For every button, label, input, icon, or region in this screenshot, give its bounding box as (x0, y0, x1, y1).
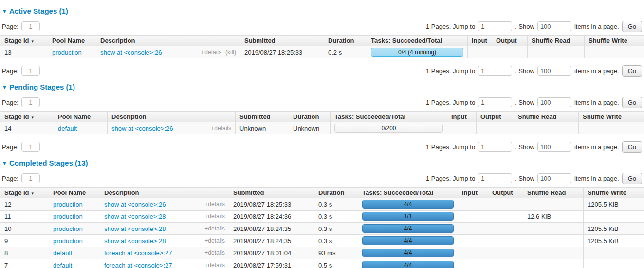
col-header-submitted[interactable]: Submitted (240, 36, 324, 46)
col-header-pool-name[interactable]: Pool Name (49, 188, 100, 198)
description-link[interactable]: show at <console>:26 (104, 201, 166, 208)
duration-cell: Unknown (289, 122, 331, 134)
pending-stages-heading[interactable]: ▼Pending Stages (1) (2, 83, 642, 92)
go-button[interactable]: Go (622, 97, 642, 108)
go-button[interactable]: Go (622, 173, 642, 184)
stage-id-cell: 14 (0, 122, 54, 134)
shuffle-read-cell (528, 46, 585, 58)
completed-stages-heading[interactable]: ▼Completed Stages (13) (2, 159, 642, 168)
col-header-description[interactable]: Description (108, 112, 236, 122)
description-link[interactable]: show at <console>:28 (104, 225, 166, 232)
description-link[interactable]: show at <console>:28 (104, 213, 166, 220)
progress-label: 4/4 (363, 225, 453, 232)
description-cell: show at <console>:28 +details (100, 235, 229, 247)
col-header-shuffle-read[interactable]: Shuffle Read (523, 188, 584, 198)
col-header-input[interactable]: Input (458, 188, 488, 198)
col-header-output[interactable]: Output (492, 36, 528, 46)
sort-desc-icon: ▾ (32, 39, 34, 44)
col-header-tasks[interactable]: Tasks: Succeeded/Total (367, 36, 468, 46)
tasks-cell: 4/4 (358, 247, 458, 259)
pool-name-link[interactable]: production (53, 213, 83, 220)
details-toggle[interactable]: +details (211, 125, 231, 132)
stage-id-cell: 9 (0, 235, 49, 247)
pool-name-link[interactable]: production (53, 201, 83, 208)
page-number-input[interactable] (21, 173, 40, 183)
details-toggle[interactable]: +details (204, 201, 225, 208)
col-header-pool-name[interactable]: Pool Name (54, 112, 108, 122)
col-header-tasks[interactable]: Tasks: Succeeded/Total (358, 188, 458, 198)
description-link[interactable]: show at <console>:26 (100, 49, 162, 56)
col-header-pool-name[interactable]: Pool Name (48, 36, 96, 46)
go-button[interactable]: Go (622, 141, 642, 153)
col-header-shuffle-write[interactable]: Shuffle Write (584, 188, 644, 198)
jump-to-page-input[interactable] (478, 142, 512, 152)
items-per-page-input[interactable] (537, 66, 571, 76)
description-link[interactable]: show at <console>:28 (104, 237, 166, 245)
col-header-duration[interactable]: Duration (314, 188, 358, 198)
pool-name-link[interactable]: production (53, 237, 83, 245)
jump-to-page-input[interactable] (478, 66, 512, 76)
col-header-output[interactable]: Output (477, 112, 514, 122)
col-header-shuffle-read[interactable]: Shuffle Read (528, 36, 585, 46)
details-toggle[interactable]: +details (204, 225, 225, 232)
items-per-page-input[interactable] (537, 97, 571, 107)
col-header-output[interactable]: Output (488, 188, 523, 198)
table-row: 9 production show at <console>:28 +detai… (0, 235, 644, 247)
task-progress-bar: 0/4 (4 running) (371, 48, 463, 57)
page-number-input[interactable] (21, 21, 40, 31)
pool-name-link[interactable]: production (53, 225, 83, 232)
pool-name-link[interactable]: production (52, 49, 82, 56)
details-toggle[interactable]: +details (204, 262, 225, 268)
jump-to-page-input[interactable] (478, 97, 512, 107)
active-stages-heading[interactable]: ▼Active Stages (1) (2, 7, 642, 16)
page-number-input[interactable] (21, 142, 40, 152)
collapse-arrow-icon: ▼ (2, 83, 7, 92)
kill-link[interactable]: (kill) (225, 49, 236, 56)
items-per-page-input[interactable] (537, 142, 571, 152)
col-header-stage-id[interactable]: Stage Id▾ (0, 188, 49, 198)
description-link[interactable]: foreach at <console>:27 (104, 249, 172, 257)
items-per-page-input[interactable] (537, 21, 571, 31)
col-header-shuffle-read[interactable]: Shuffle Read (514, 112, 579, 122)
pool-name-link[interactable]: default (53, 262, 72, 268)
input-cell (458, 198, 488, 211)
jump-to-page-input[interactable] (478, 173, 512, 183)
details-toggle[interactable]: +details (204, 249, 225, 256)
col-header-description[interactable]: Description (100, 188, 229, 198)
go-button[interactable]: Go (622, 65, 642, 77)
progress-label: 4/4 (363, 261, 453, 268)
col-header-shuffle-write[interactable]: Shuffle Write (585, 36, 644, 46)
pool-name-link[interactable]: default (53, 249, 72, 257)
shuffle-read-cell (523, 259, 584, 268)
col-header-input[interactable]: Input (468, 36, 492, 46)
col-header-submitted[interactable]: Submitted (236, 112, 289, 122)
details-toggle[interactable]: +details (204, 237, 225, 244)
description-link[interactable]: foreach at <console>:27 (104, 262, 172, 268)
col-header-submitted[interactable]: Submitted (229, 188, 314, 198)
page-number-input[interactable] (21, 97, 40, 107)
details-toggle[interactable]: +details (204, 213, 225, 220)
col-header-duration[interactable]: Duration (324, 36, 367, 46)
progress-label: 1/1 (363, 212, 453, 220)
stage-id-cell: 11 (0, 211, 49, 223)
table-row: 14 default show at <console>:26 +details… (0, 122, 644, 134)
col-header-duration[interactable]: Duration (289, 112, 331, 122)
pool-name-link[interactable]: default (58, 125, 77, 132)
col-header-input[interactable]: Input (447, 112, 477, 122)
items-per-page-input[interactable] (537, 173, 571, 183)
col-header-description[interactable]: Description (96, 36, 240, 46)
table-row: 7 default foreach at <console>:27 +detai… (0, 259, 644, 268)
col-header-stage-id[interactable]: Stage Id▾ (0, 36, 48, 46)
col-header-shuffle-write[interactable]: Shuffle Write (579, 112, 644, 122)
go-button[interactable]: Go (622, 21, 642, 32)
tasks-cell: 4/4 (358, 235, 458, 247)
tasks-cell: 1/1 (358, 211, 458, 223)
jump-to-page-input[interactable] (478, 21, 512, 31)
details-toggle[interactable]: +details (201, 49, 221, 56)
description-link[interactable]: show at <console>:26 (111, 125, 173, 132)
duration-cell: 0.3 s (314, 223, 358, 235)
col-header-tasks[interactable]: Tasks: Succeeded/Total (331, 112, 447, 122)
page-number-input[interactable] (21, 66, 40, 76)
pages-total-text: 1 Pages. Jump to (426, 23, 475, 30)
col-header-stage-id[interactable]: Stage Id▾ (0, 112, 54, 122)
